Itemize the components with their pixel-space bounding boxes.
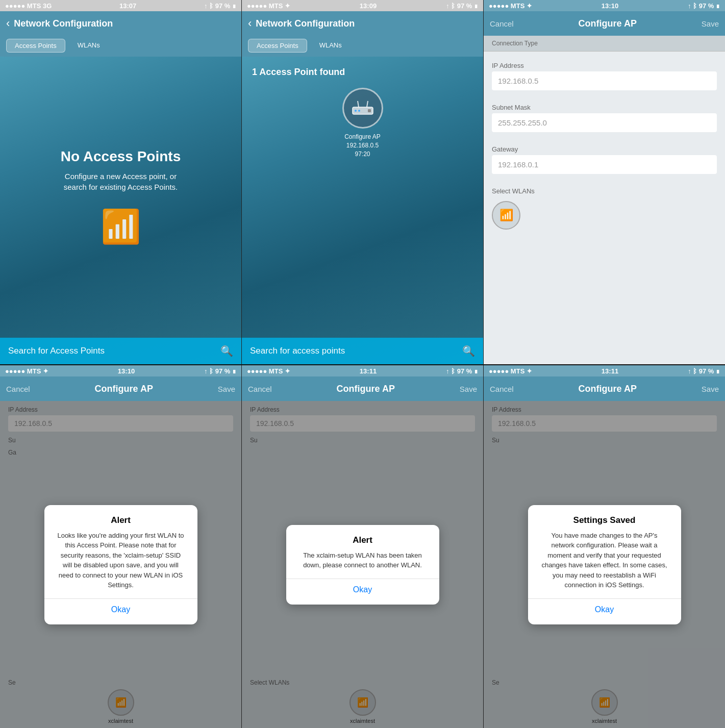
nav-title-5: Configure AP	[272, 384, 460, 394]
select-wlans-section: Select WLANs 📶	[484, 182, 725, 237]
alert-message-6: You have made changes to the AP's networ…	[539, 531, 670, 590]
wlans-list: 📶	[492, 197, 717, 234]
alert-divider-4	[44, 598, 197, 599]
save-button-4[interactable]: Save	[218, 385, 235, 393]
subnet-mask-input[interactable]	[492, 113, 717, 132]
alert-message-4: Looks like you're adding your first WLAN…	[56, 531, 186, 590]
screen-6: ●●●●● MTS ✦ 13:11 ↑ ᛒ 97 % ▮ Cancel Conf…	[484, 365, 725, 728]
nav-title-1: Network Configuration	[14, 18, 113, 29]
ip-address-section: IP Address	[484, 57, 725, 93]
status-right-3: ↑ ᛒ 97 % ▮	[688, 2, 720, 10]
tab-wlans-1[interactable]: WLANs	[69, 39, 108, 53]
status-bar-4: ●●●●● MTS ✦ 13:10 ↑ ᛒ 97 % ▮	[0, 365, 241, 376]
nav-bar-4: Cancel Configure AP Save	[0, 376, 241, 401]
bottom-screen-4-content: IP Address Su Ga Alert Looks like you're…	[0, 401, 241, 728]
alert-okay-button-5[interactable]: Okay	[297, 585, 428, 594]
wifi-broadcast-icon: 📶	[101, 208, 141, 246]
status-time-4: 13:10	[118, 367, 135, 375]
status-left-5: ●●●●● MTS ✦	[247, 367, 290, 375]
status-time-3: 13:10	[602, 2, 618, 10]
status-bar-2: ●●●●● MTS ✦ 13:09 ↑ ᛒ 97 % ▮	[242, 0, 483, 11]
back-button-1[interactable]: ‹	[6, 17, 10, 30]
alert-overlay-6: Settings Saved You have made changes to …	[484, 401, 725, 728]
save-button-3[interactable]: Save	[702, 19, 719, 28]
subnet-mask-section: Subnet Mask	[484, 98, 725, 135]
ap-device[interactable]: Configure AP192.168.0.597:20	[252, 88, 473, 158]
screen-5: ●●●●● MTS ✦ 13:11 ↑ ᛒ 97 % ▮ Cancel Conf…	[242, 365, 484, 728]
status-bar-6: ●●●●● MTS ✦ 13:11 ↑ ᛒ 97 % ▮	[484, 365, 725, 376]
status-time-5: 13:11	[360, 367, 377, 375]
no-ap-content: No Access Points Configure a new Access …	[0, 57, 241, 338]
gateway-label: Gateway	[492, 145, 717, 153]
alert-okay-button-6[interactable]: Okay	[539, 605, 670, 614]
status-left-2: ●●●●● MTS ✦	[247, 2, 290, 10]
status-right-2: ↑ ᛒ 97 % ▮	[446, 2, 478, 10]
svg-point-1	[355, 110, 357, 112]
ip-address-label: IP Address	[492, 62, 717, 69]
screen-2: ●●●●● MTS ✦ 13:09 ↑ ᛒ 97 % ▮ ‹ Network C…	[242, 0, 484, 364]
ap-device-icon	[342, 88, 383, 129]
save-button-5[interactable]: Save	[460, 385, 477, 393]
tab-access-points-1[interactable]: Access Points	[6, 39, 65, 53]
tab-wlans-2[interactable]: WLANs	[311, 39, 350, 53]
status-right-6: ↑ ᛒ 97 % ▮	[688, 367, 720, 375]
screen-content-1: No Access Points Configure a new Access …	[0, 57, 241, 364]
ip-address-input[interactable]	[492, 71, 717, 90]
nav-bar-2: ‹ Network Configuration	[242, 11, 483, 36]
connection-type-section: Connection Type	[484, 36, 725, 52]
cancel-button-6[interactable]: Cancel	[490, 385, 514, 393]
alert-box-6: Settings Saved You have made changes to …	[528, 505, 681, 624]
alert-title-4: Alert	[56, 515, 186, 525]
alert-box-4: Alert Looks like you're adding your firs…	[44, 505, 197, 624]
wlan-item-partial[interactable]: 📶	[492, 201, 520, 230]
alert-box-5: Alert The xclaim-setup WLAN has been tak…	[286, 525, 439, 605]
status-right-1: ↑ ᛒ 97 % ▮	[204, 2, 236, 10]
nav-bar-5: Cancel Configure AP Save	[242, 376, 483, 401]
tab-bar-1: Access Points WLANs	[0, 36, 241, 57]
tab-bar-2: Access Points WLANs	[242, 36, 483, 57]
ap-device-label: Configure AP192.168.0.597:20	[344, 133, 381, 158]
alert-overlay-4: Alert Looks like you're adding your firs…	[0, 401, 241, 728]
status-left-1: ●●●●● MTS 3G	[5, 2, 52, 10]
alert-message-5: The xclaim-setup WLAN has been taken dow…	[297, 550, 428, 570]
svg-line-5	[367, 101, 368, 107]
nav-bar-3: Cancel Configure AP Save	[484, 11, 725, 36]
search-text-1: Search for Access Points	[8, 346, 215, 356]
status-time-1: 13:07	[119, 2, 136, 10]
svg-rect-3	[368, 109, 371, 112]
status-right-4: ↑ ᛒ 97 % ▮	[204, 367, 236, 375]
status-left-6: ●●●●● MTS ✦	[489, 367, 532, 375]
cancel-button-3[interactable]: Cancel	[490, 19, 514, 28]
svg-point-2	[358, 110, 360, 112]
select-wlans-label: Select WLANs	[492, 187, 717, 195]
alert-divider-6	[528, 598, 681, 599]
screen-3: ●●●●● MTS ✦ 13:10 ↑ ᛒ 97 % ▮ Cancel Conf…	[484, 0, 725, 364]
search-icon-1[interactable]: 🔍	[220, 345, 233, 357]
status-time-2: 13:09	[360, 2, 377, 10]
save-button-6[interactable]: Save	[702, 385, 719, 393]
status-bar-3: ●●●●● MTS ✦ 13:10 ↑ ᛒ 97 % ▮	[484, 0, 725, 11]
configure-content-3: Connection Type IP Address Subnet Mask G…	[484, 36, 725, 364]
gateway-input[interactable]	[492, 155, 717, 174]
nav-bar-1: ‹ Network Configuration	[0, 11, 241, 36]
search-bar-1[interactable]: Search for Access Points 🔍	[0, 338, 241, 364]
wlan-wifi-icon: 📶	[492, 201, 520, 230]
alert-overlay-5: Alert The xclaim-setup WLAN has been tak…	[242, 401, 483, 728]
search-icon-2[interactable]: 🔍	[462, 345, 475, 357]
ap-found-content: 1 Access Point found	[242, 57, 483, 338]
status-time-6: 13:11	[602, 367, 618, 375]
cancel-button-4[interactable]: Cancel	[6, 385, 30, 393]
alert-divider-5	[286, 579, 439, 579]
back-button-2[interactable]: ‹	[248, 17, 252, 30]
gateway-section: Gateway	[484, 140, 725, 177]
alert-okay-button-4[interactable]: Okay	[56, 605, 186, 614]
svg-line-4	[358, 101, 359, 107]
alert-title-5: Alert	[297, 535, 428, 545]
search-bar-2[interactable]: Search for access points 🔍	[242, 338, 483, 364]
nav-bar-6: Cancel Configure AP Save	[484, 376, 725, 401]
cancel-button-5[interactable]: Cancel	[248, 385, 272, 393]
bottom-screen-5-content: IP Address Su Alert The xclaim-setup WLA…	[242, 401, 483, 728]
nav-title-6: Configure AP	[514, 384, 702, 394]
screen-content-2: 1 Access Point found	[242, 57, 483, 364]
tab-access-points-2[interactable]: Access Points	[248, 39, 307, 53]
